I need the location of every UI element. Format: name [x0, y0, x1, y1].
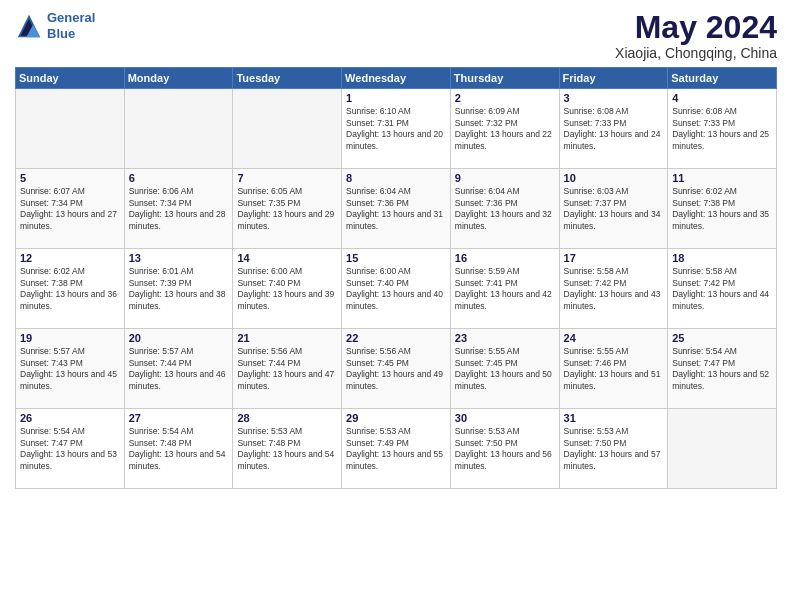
day-info: Sunrise: 6:03 AMSunset: 7:37 PMDaylight:…	[564, 186, 664, 232]
day-info: Sunrise: 6:02 AMSunset: 7:38 PMDaylight:…	[672, 186, 772, 232]
day-number: 2	[455, 92, 555, 104]
page: General Blue May 2024 Xiaojia, Chongqing…	[0, 0, 792, 612]
weekday-header-monday: Monday	[124, 68, 233, 89]
day-number: 31	[564, 412, 664, 424]
day-info: Sunrise: 5:54 AMSunset: 7:48 PMDaylight:…	[129, 426, 229, 472]
calendar-cell: 6Sunrise: 6:06 AMSunset: 7:34 PMDaylight…	[124, 169, 233, 249]
calendar-week-3: 12Sunrise: 6:02 AMSunset: 7:38 PMDayligh…	[16, 249, 777, 329]
day-number: 26	[20, 412, 120, 424]
day-info: Sunrise: 6:02 AMSunset: 7:38 PMDaylight:…	[20, 266, 120, 312]
day-number: 24	[564, 332, 664, 344]
day-info: Sunrise: 6:07 AMSunset: 7:34 PMDaylight:…	[20, 186, 120, 232]
day-info: Sunrise: 6:00 AMSunset: 7:40 PMDaylight:…	[346, 266, 446, 312]
day-number: 10	[564, 172, 664, 184]
day-number: 11	[672, 172, 772, 184]
day-number: 25	[672, 332, 772, 344]
weekday-header-wednesday: Wednesday	[342, 68, 451, 89]
day-number: 14	[237, 252, 337, 264]
calendar-cell: 25Sunrise: 5:54 AMSunset: 7:47 PMDayligh…	[668, 329, 777, 409]
day-number: 30	[455, 412, 555, 424]
weekday-header-sunday: Sunday	[16, 68, 125, 89]
calendar-table: SundayMondayTuesdayWednesdayThursdayFrid…	[15, 67, 777, 489]
day-number: 8	[346, 172, 446, 184]
calendar-cell: 8Sunrise: 6:04 AMSunset: 7:36 PMDaylight…	[342, 169, 451, 249]
calendar-cell: 7Sunrise: 6:05 AMSunset: 7:35 PMDaylight…	[233, 169, 342, 249]
day-info: Sunrise: 5:58 AMSunset: 7:42 PMDaylight:…	[672, 266, 772, 312]
day-number: 27	[129, 412, 229, 424]
calendar-cell: 13Sunrise: 6:01 AMSunset: 7:39 PMDayligh…	[124, 249, 233, 329]
weekday-header-friday: Friday	[559, 68, 668, 89]
day-info: Sunrise: 5:53 AMSunset: 7:50 PMDaylight:…	[564, 426, 664, 472]
calendar-cell: 19Sunrise: 5:57 AMSunset: 7:43 PMDayligh…	[16, 329, 125, 409]
day-number: 17	[564, 252, 664, 264]
logo-icon	[15, 12, 43, 40]
calendar-cell: 3Sunrise: 6:08 AMSunset: 7:33 PMDaylight…	[559, 89, 668, 169]
day-info: Sunrise: 6:06 AMSunset: 7:34 PMDaylight:…	[129, 186, 229, 232]
day-info: Sunrise: 6:04 AMSunset: 7:36 PMDaylight:…	[346, 186, 446, 232]
day-number: 13	[129, 252, 229, 264]
calendar-week-1: 1Sunrise: 6:10 AMSunset: 7:31 PMDaylight…	[16, 89, 777, 169]
calendar-cell: 2Sunrise: 6:09 AMSunset: 7:32 PMDaylight…	[450, 89, 559, 169]
day-info: Sunrise: 5:55 AMSunset: 7:45 PMDaylight:…	[455, 346, 555, 392]
day-number: 18	[672, 252, 772, 264]
subtitle: Xiaojia, Chongqing, China	[615, 45, 777, 61]
calendar-cell: 24Sunrise: 5:55 AMSunset: 7:46 PMDayligh…	[559, 329, 668, 409]
weekday-header-saturday: Saturday	[668, 68, 777, 89]
calendar-cell	[668, 409, 777, 489]
day-number: 19	[20, 332, 120, 344]
day-info: Sunrise: 6:10 AMSunset: 7:31 PMDaylight:…	[346, 106, 446, 152]
calendar-week-2: 5Sunrise: 6:07 AMSunset: 7:34 PMDaylight…	[16, 169, 777, 249]
calendar-cell: 1Sunrise: 6:10 AMSunset: 7:31 PMDaylight…	[342, 89, 451, 169]
day-number: 21	[237, 332, 337, 344]
logo-blue: Blue	[47, 26, 75, 41]
calendar-cell: 14Sunrise: 6:00 AMSunset: 7:40 PMDayligh…	[233, 249, 342, 329]
day-number: 12	[20, 252, 120, 264]
calendar-cell: 29Sunrise: 5:53 AMSunset: 7:49 PMDayligh…	[342, 409, 451, 489]
calendar-cell: 17Sunrise: 5:58 AMSunset: 7:42 PMDayligh…	[559, 249, 668, 329]
calendar-cell: 26Sunrise: 5:54 AMSunset: 7:47 PMDayligh…	[16, 409, 125, 489]
day-number: 23	[455, 332, 555, 344]
calendar-cell: 31Sunrise: 5:53 AMSunset: 7:50 PMDayligh…	[559, 409, 668, 489]
day-number: 3	[564, 92, 664, 104]
calendar-cell: 18Sunrise: 5:58 AMSunset: 7:42 PMDayligh…	[668, 249, 777, 329]
header: General Blue May 2024 Xiaojia, Chongqing…	[15, 10, 777, 61]
calendar-cell: 20Sunrise: 5:57 AMSunset: 7:44 PMDayligh…	[124, 329, 233, 409]
day-number: 16	[455, 252, 555, 264]
day-info: Sunrise: 5:56 AMSunset: 7:44 PMDaylight:…	[237, 346, 337, 392]
calendar-cell: 11Sunrise: 6:02 AMSunset: 7:38 PMDayligh…	[668, 169, 777, 249]
calendar-cell: 30Sunrise: 5:53 AMSunset: 7:50 PMDayligh…	[450, 409, 559, 489]
calendar-cell: 27Sunrise: 5:54 AMSunset: 7:48 PMDayligh…	[124, 409, 233, 489]
day-info: Sunrise: 5:57 AMSunset: 7:43 PMDaylight:…	[20, 346, 120, 392]
day-info: Sunrise: 5:54 AMSunset: 7:47 PMDaylight:…	[672, 346, 772, 392]
day-info: Sunrise: 6:01 AMSunset: 7:39 PMDaylight:…	[129, 266, 229, 312]
calendar-cell: 12Sunrise: 6:02 AMSunset: 7:38 PMDayligh…	[16, 249, 125, 329]
main-title: May 2024	[615, 10, 777, 45]
day-info: Sunrise: 6:09 AMSunset: 7:32 PMDaylight:…	[455, 106, 555, 152]
calendar-cell: 5Sunrise: 6:07 AMSunset: 7:34 PMDaylight…	[16, 169, 125, 249]
day-info: Sunrise: 5:58 AMSunset: 7:42 PMDaylight:…	[564, 266, 664, 312]
day-info: Sunrise: 5:59 AMSunset: 7:41 PMDaylight:…	[455, 266, 555, 312]
day-number: 6	[129, 172, 229, 184]
calendar-cell: 15Sunrise: 6:00 AMSunset: 7:40 PMDayligh…	[342, 249, 451, 329]
day-number: 4	[672, 92, 772, 104]
day-info: Sunrise: 5:55 AMSunset: 7:46 PMDaylight:…	[564, 346, 664, 392]
day-info: Sunrise: 6:08 AMSunset: 7:33 PMDaylight:…	[564, 106, 664, 152]
day-info: Sunrise: 6:05 AMSunset: 7:35 PMDaylight:…	[237, 186, 337, 232]
weekday-header-tuesday: Tuesday	[233, 68, 342, 89]
weekday-header-thursday: Thursday	[450, 68, 559, 89]
day-info: Sunrise: 5:53 AMSunset: 7:48 PMDaylight:…	[237, 426, 337, 472]
logo-general: General	[47, 10, 95, 25]
day-number: 7	[237, 172, 337, 184]
calendar-cell	[233, 89, 342, 169]
calendar-cell	[16, 89, 125, 169]
calendar-cell: 21Sunrise: 5:56 AMSunset: 7:44 PMDayligh…	[233, 329, 342, 409]
day-info: Sunrise: 5:56 AMSunset: 7:45 PMDaylight:…	[346, 346, 446, 392]
weekday-header-row: SundayMondayTuesdayWednesdayThursdayFrid…	[16, 68, 777, 89]
day-info: Sunrise: 6:00 AMSunset: 7:40 PMDaylight:…	[237, 266, 337, 312]
day-info: Sunrise: 5:57 AMSunset: 7:44 PMDaylight:…	[129, 346, 229, 392]
day-number: 15	[346, 252, 446, 264]
calendar-cell: 10Sunrise: 6:03 AMSunset: 7:37 PMDayligh…	[559, 169, 668, 249]
day-info: Sunrise: 5:53 AMSunset: 7:49 PMDaylight:…	[346, 426, 446, 472]
calendar-week-5: 26Sunrise: 5:54 AMSunset: 7:47 PMDayligh…	[16, 409, 777, 489]
day-number: 5	[20, 172, 120, 184]
